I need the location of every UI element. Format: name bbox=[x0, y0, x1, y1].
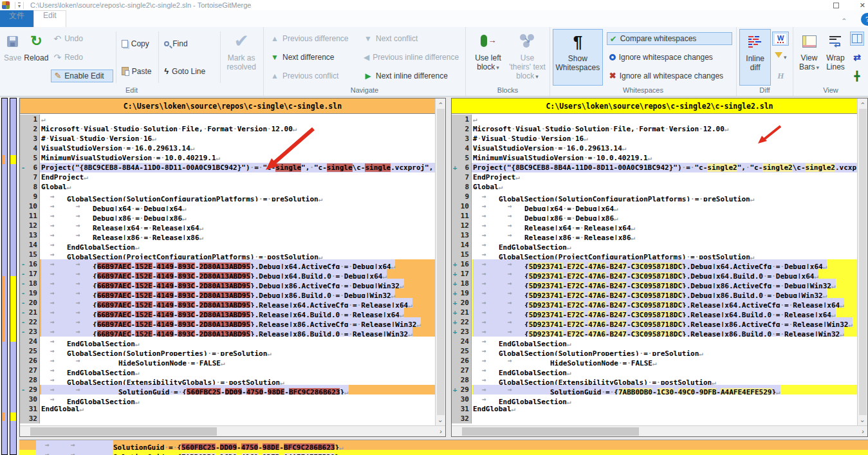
use-left-block-button[interactable]: → Use left block▾ bbox=[468, 29, 508, 86]
code-line[interactable]: 2Microsoft·Visual·Studio·Solution·File,·… bbox=[452, 124, 857, 134]
next-difference-button[interactable]: ▼ Next difference bbox=[268, 51, 358, 64]
scrollbar-thumb[interactable] bbox=[859, 109, 867, 415]
code-line[interactable]: 30→EndGlobalSection↵ bbox=[20, 395, 435, 404]
filter-button[interactable]: ▾ bbox=[772, 50, 789, 64]
code-line[interactable]: 7EndProject↵ bbox=[452, 172, 857, 182]
mark-as-resolved-button[interactable]: ✔ Mark as resolved bbox=[222, 29, 261, 86]
ignore-all-whitespace-changes-button[interactable]: ✖ Ignore all whitespace changes bbox=[607, 70, 732, 82]
copy-button[interactable]: Copy bbox=[119, 37, 156, 50]
code-line[interactable]: +29→→SolutionGuid·=·{7ABB0DB0-1C30-49C0-… bbox=[452, 385, 857, 395]
scroll-down-icon[interactable]: › bbox=[437, 420, 444, 422]
highlight-button[interactable]: H bbox=[772, 69, 789, 83]
code-line[interactable]: 3#·Visual·Studio·Version·16↵ bbox=[20, 134, 435, 144]
scrollbar-thumb[interactable] bbox=[462, 427, 639, 436]
code-line[interactable]: 32 bbox=[20, 414, 435, 423]
scroll-down-icon[interactable]: › bbox=[859, 420, 866, 422]
code-line[interactable]: 31EndGlobal↵ bbox=[20, 404, 435, 414]
switch-views-button[interactable]: ⇄ bbox=[850, 50, 864, 64]
restore-icon[interactable] bbox=[833, 3, 839, 8]
left-code-area[interactable]: 1↵2Microsoft·Visual·Studio·Solution·File… bbox=[20, 115, 435, 425]
code-line[interactable]: 2Microsoft·Visual·Studio·Solution·File,·… bbox=[20, 124, 435, 134]
show-whitespaces-button[interactable]: ¶ Show Whitespaces bbox=[553, 29, 603, 86]
enable-edit-button[interactable]: ✎ Enable Edit bbox=[51, 70, 113, 82]
wrap-lines-button[interactable]: Wrap Lines bbox=[822, 29, 849, 86]
bottom-diff-pane[interactable]: →→SolutionGuid·=·{560FBC25-DD09-4750-98D… bbox=[19, 440, 868, 455]
code-line[interactable]: +23→→{5D923741-E72C-47A6-B247-C3C0958718… bbox=[452, 327, 857, 337]
code-line[interactable]: 11→→Debug|x86·=·Debug|x86↵ bbox=[452, 211, 857, 221]
code-line[interactable]: +6Project("{8BC9CEB8-8B4A-11D0-8D11-00A0… bbox=[452, 163, 857, 172]
word-diff-button[interactable]: W bbox=[772, 32, 789, 46]
code-line[interactable]: 10→→Debug|x64·=·Debug|x64↵ bbox=[452, 201, 857, 211]
next-conflict-button[interactable]: ▼ Next conflict bbox=[361, 32, 461, 45]
paste-button[interactable]: Paste bbox=[119, 65, 156, 78]
right-vertical-scrollbar[interactable]: › › bbox=[857, 98, 867, 425]
code-line[interactable]: 8Global↵ bbox=[20, 182, 435, 192]
close-icon[interactable]: ✕ bbox=[860, 2, 865, 9]
scroll-right-icon[interactable]: › bbox=[858, 427, 867, 435]
code-line[interactable]: -20→→{66B97AEC-152E-4149-893C-2D80A13ABD… bbox=[20, 298, 435, 308]
code-line[interactable]: 26→→HideSolutionNode·=·FALSE↵ bbox=[452, 356, 857, 366]
previous-difference-button[interactable]: ▲ Previous difference bbox=[268, 32, 358, 45]
locator-bar[interactable] bbox=[0, 98, 19, 455]
code-line[interactable]: +16→→{5D923741-E72C-47A6-B247-C3C0958718… bbox=[452, 259, 857, 269]
code-line[interactable]: +18→→{5D923741-E72C-47A6-B247-C3C0958718… bbox=[452, 279, 857, 288]
redo-button[interactable]: ↷ Redo bbox=[51, 51, 113, 64]
code-line[interactable]: 11→→Debug|x86·=·Debug|x86↵ bbox=[20, 211, 435, 221]
scroll-right-icon[interactable]: › bbox=[436, 427, 445, 435]
code-line[interactable]: 9→GlobalSection(SolutionConfigurationPla… bbox=[452, 192, 857, 201]
fit-window-button[interactable]: ╋ bbox=[850, 69, 864, 83]
code-line[interactable]: +19→→{5D923741-E72C-47A6-B247-C3C0958718… bbox=[452, 288, 857, 298]
bottom-diff-row[interactable]: →→SolutionGuid·=·{560FBC25-DD09-4750-98D… bbox=[19, 440, 868, 450]
goto-line-button[interactable]: ϟ Goto Line bbox=[162, 65, 217, 78]
code-line[interactable]: -18→→{66B97AEC-152E-4149-893C-2D80A13ABD… bbox=[20, 279, 435, 288]
code-line[interactable]: 4VisualStudioVersion·=·16.0.29613.14↵ bbox=[20, 144, 435, 153]
scroll-up-icon[interactable]: › bbox=[437, 102, 444, 104]
code-line[interactable]: 12→→Release|x64·=·Release|x64↵ bbox=[452, 221, 857, 230]
code-line[interactable]: 13→→Release|x86·=·Release|x86↵ bbox=[452, 230, 857, 240]
code-line[interactable]: -22→→{66B97AEC-152E-4149-893C-2D80A13ABD… bbox=[20, 317, 435, 327]
collapse-ribbon-icon[interactable]: › bbox=[840, 18, 847, 21]
code-line[interactable]: 28→GlobalSection(ExtensibilityGlobals)·=… bbox=[20, 375, 435, 385]
code-line[interactable]: -16→→{66B97AEC-152E-4149-893C-2D80A13ABD… bbox=[20, 259, 435, 269]
tab-file[interactable]: 文件 bbox=[0, 10, 33, 27]
code-line[interactable]: +22→→{5D923741-E72C-47A6-B247-C3C0958718… bbox=[452, 317, 857, 327]
code-line[interactable]: 15→GlobalSection(ProjectConfigurationPla… bbox=[452, 250, 857, 259]
bottom-diff-row[interactable]: →→SolutionGuid·=·{7ABB0DB0-1C30-49C0-9DF… bbox=[19, 450, 868, 455]
code-line[interactable]: 25→GlobalSection(SolutionProperties)·=·p… bbox=[20, 346, 435, 356]
previous-conflict-button[interactable]: ▲ Previous conflict bbox=[268, 70, 358, 82]
code-line[interactable]: +21→→{5D923741-E72C-47A6-B247-C3C0958718… bbox=[452, 308, 857, 317]
code-line[interactable]: +17→→{5D923741-E72C-47A6-B247-C3C0958718… bbox=[452, 269, 857, 279]
code-line[interactable]: -6Project("{8BC9CEB8-8B4A-11D0-8D11-00A0… bbox=[20, 163, 435, 172]
code-line[interactable]: 28→GlobalSection(ExtensibilityGlobals)·=… bbox=[452, 375, 857, 385]
left-vertical-scrollbar[interactable]: › › bbox=[435, 98, 445, 425]
quick-access-caret-icon[interactable]: ▾ bbox=[18, 3, 21, 8]
code-line[interactable]: 4VisualStudioVersion·=·16.0.29613.14↵ bbox=[452, 144, 857, 153]
code-line[interactable]: -21→→{66B97AEC-152E-4149-893C-2D80A13ABD… bbox=[20, 308, 435, 317]
tab-edit[interactable]: Edit bbox=[33, 10, 66, 27]
code-line[interactable]: 32 bbox=[452, 414, 857, 423]
right-code-area[interactable]: 1↵2Microsoft·Visual·Studio·Solution·File… bbox=[452, 115, 857, 425]
help-icon[interactable]: ? bbox=[861, 13, 868, 26]
left-locator-column[interactable] bbox=[1, 98, 8, 455]
view-bars-button[interactable]: View Bars▾ bbox=[796, 29, 822, 86]
code-line[interactable]: 1↵ bbox=[20, 115, 435, 124]
code-line[interactable]: 27→EndGlobalSection↵ bbox=[452, 366, 857, 375]
code-line[interactable]: -17→→{66B97AEC-152E-4149-893C-2D80A13ABD… bbox=[20, 269, 435, 279]
code-line[interactable]: 31EndGlobal↵ bbox=[452, 404, 857, 414]
right-locator-column[interactable] bbox=[10, 98, 17, 455]
reload-button[interactable]: ↻ Reload bbox=[23, 29, 50, 86]
code-line[interactable]: 10→→Debug|x64·=·Debug|x64↵ bbox=[20, 201, 435, 211]
code-line[interactable]: 26→→HideSolutionNode·=·FALSE↵ bbox=[20, 356, 435, 366]
code-line[interactable]: 30→EndGlobalSection↵ bbox=[452, 395, 857, 404]
right-horizontal-scrollbar[interactable]: › bbox=[452, 425, 867, 436]
code-line[interactable]: -19→→{66B97AEC-152E-4149-893C-2D80A13ABD… bbox=[20, 288, 435, 298]
use-theirs-text-block-button[interactable]: ↘ Use 'theirs' text block▾ bbox=[508, 29, 547, 86]
inline-diff-button[interactable]: Inline diff bbox=[739, 29, 771, 86]
compare-whitespaces-button[interactable]: ✔ Compare whitespaces bbox=[607, 32, 732, 45]
code-line[interactable]: 14→EndGlobalSection↵ bbox=[452, 240, 857, 250]
left-horizontal-scrollbar[interactable]: › bbox=[20, 425, 445, 436]
code-line[interactable]: 3#·Visual·Studio·Version·16↵ bbox=[452, 134, 857, 144]
save-button[interactable]: Save bbox=[3, 29, 23, 86]
code-line[interactable]: 1↵ bbox=[452, 115, 857, 124]
scrollbar-thumb[interactable] bbox=[30, 427, 217, 436]
